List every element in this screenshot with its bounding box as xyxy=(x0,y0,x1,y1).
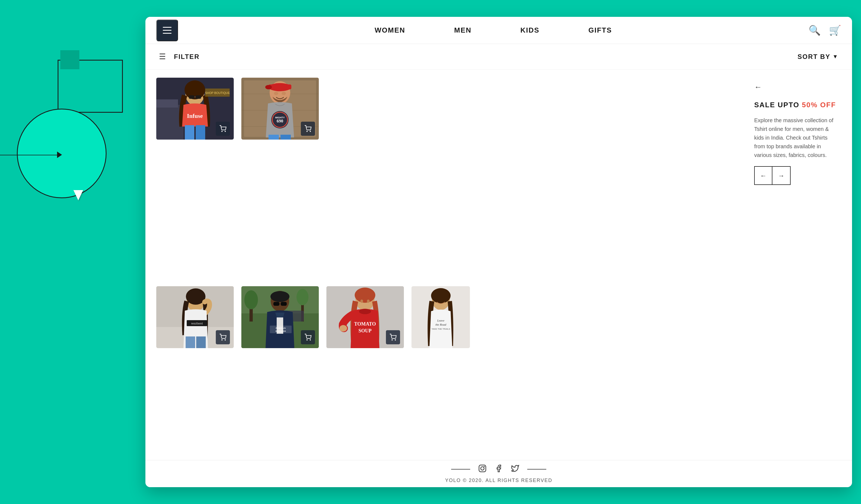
svg-text:690: 690 xyxy=(277,119,283,123)
filter-bar: ☰ FILTER SORT BY ▼ xyxy=(146,44,852,70)
nav-men[interactable]: MEN xyxy=(454,26,472,34)
hamburger-line-3 xyxy=(163,33,172,34)
deco-arrow-head xyxy=(57,152,62,158)
product-card-infuse[interactable]: Infuse SHOP BOUTIQUE xyxy=(156,78,234,140)
sidebar-back-button[interactable]: ← xyxy=(754,80,768,94)
svg-point-13 xyxy=(222,131,222,132)
product-card-690[interactable]: MIGHTY 690 xyxy=(241,78,319,140)
svg-point-48 xyxy=(244,290,258,309)
product-card-leave-road[interactable]: Leave the Road TAKE THE TRAILS xyxy=(411,286,470,348)
sale-description: Explore the massive collection of Tshirt… xyxy=(754,116,838,159)
svg-point-66 xyxy=(355,288,375,303)
svg-point-53 xyxy=(270,291,289,302)
leave-road-svg: Leave the Road TAKE THE TRAILS xyxy=(411,286,470,348)
nav-women[interactable]: WOMEN xyxy=(374,26,405,34)
filter-button[interactable]: FILTER xyxy=(174,53,200,60)
svg-rect-9 xyxy=(185,125,194,140)
carousel-next-button[interactable]: → xyxy=(773,167,790,184)
add-to-cart-690[interactable] xyxy=(301,122,315,136)
svg-point-83 xyxy=(484,466,485,467)
deco-filled-rect xyxy=(60,50,79,69)
svg-rect-54 xyxy=(273,302,279,306)
instagram-svg xyxy=(478,464,487,473)
product-card-tomato-soup[interactable]: TOMATO SOUP xyxy=(326,286,404,348)
cart-icon-svg-5 xyxy=(390,334,397,341)
svg-rect-41 xyxy=(186,336,195,348)
svg-point-25 xyxy=(274,92,278,95)
navbar: WOMEN MEN KIDS GIFTS 🔍 🛒 xyxy=(146,17,852,44)
deco-arrow-line xyxy=(0,155,60,155)
svg-point-68 xyxy=(367,299,370,303)
svg-rect-81 xyxy=(479,465,486,472)
svg-point-82 xyxy=(481,466,484,470)
add-to-cart-tomato-soup[interactable] xyxy=(386,330,400,344)
hamburger-button[interactable] xyxy=(156,19,178,41)
footer-line-right xyxy=(527,469,546,470)
svg-text:TAKE THE TRAILS: TAKE THE TRAILS xyxy=(432,328,450,330)
twitter-icon[interactable] xyxy=(511,464,519,474)
svg-text:ENOUGH: ENOUGH xyxy=(276,330,286,332)
footer: YOLO © 2020. ALL RIGHTS RESERVED xyxy=(146,460,852,487)
svg-point-33 xyxy=(307,131,308,132)
svg-text:FAMOUS: FAMOUS xyxy=(276,327,286,330)
left-decoration xyxy=(0,0,139,504)
social-links xyxy=(451,464,546,474)
facebook-icon[interactable] xyxy=(495,464,503,474)
sort-by-button[interactable]: SORT BY ▼ xyxy=(798,53,838,60)
svg-point-62 xyxy=(310,339,311,340)
copyright-text: YOLO © 2020. ALL RIGHTS RESERVED xyxy=(445,478,552,484)
svg-point-73 xyxy=(392,339,393,340)
svg-rect-2 xyxy=(156,99,178,108)
sort-chevron-icon: ▼ xyxy=(832,54,838,60)
svg-text:TOMATO: TOMATO xyxy=(354,321,376,327)
cart-icon-svg-3 xyxy=(219,334,227,341)
hamburger-line-2 xyxy=(163,30,172,31)
nav-links: WOMEN MEN KIDS GIFTS xyxy=(178,26,808,34)
carousel-prev-button[interactable]: ← xyxy=(755,167,773,184)
svg-point-77 xyxy=(431,288,451,303)
svg-point-70 xyxy=(340,325,347,332)
svg-rect-6 xyxy=(196,95,201,99)
add-to-cart-resilient[interactable] xyxy=(216,330,230,344)
svg-rect-42 xyxy=(196,336,206,348)
product-row-bottom: resilient xyxy=(156,286,738,487)
add-to-cart-famous[interactable] xyxy=(301,330,315,344)
svg-rect-10 xyxy=(196,125,205,140)
product-card-famous[interactable]: FAMOUS ENOUGH xyxy=(241,286,319,348)
svg-text:SOUP: SOUP xyxy=(358,328,371,334)
main-content: Infuse SHOP BOUTIQUE xyxy=(146,70,852,487)
twitter-svg xyxy=(511,464,519,473)
cart-icon[interactable]: 🛒 xyxy=(829,25,841,36)
svg-rect-23 xyxy=(269,84,291,89)
add-to-cart-infuse[interactable] xyxy=(216,122,230,136)
prev-arrow-icon: ← xyxy=(760,172,767,180)
svg-point-44 xyxy=(225,339,226,340)
svg-text:Leave: Leave xyxy=(437,319,445,322)
svg-point-4 xyxy=(184,80,205,99)
sale-banner: SALE UPTO 50% OFF xyxy=(754,101,838,109)
svg-text:the Road: the Road xyxy=(435,323,446,326)
svg-point-14 xyxy=(225,131,226,132)
product-image-leave-road: Leave the Road TAKE THE TRAILS xyxy=(411,286,470,348)
sale-label: SALE UPTO xyxy=(754,101,802,109)
svg-rect-32 xyxy=(281,135,291,140)
carousel-navigation: ← → xyxy=(754,166,791,185)
product-grid: Infuse SHOP BOUTIQUE xyxy=(146,70,749,487)
hamburger-line-1 xyxy=(163,27,172,28)
svg-point-67 xyxy=(360,299,363,303)
svg-point-69 xyxy=(359,309,371,314)
cart-icon-svg-2 xyxy=(304,125,312,132)
facebook-svg xyxy=(495,464,503,473)
svg-rect-55 xyxy=(281,302,287,306)
product-card-resilient[interactable]: resilient xyxy=(156,286,234,348)
nav-gifts[interactable]: GIFTS xyxy=(588,26,612,34)
svg-text:SHOP BOUTIQUE: SHOP BOUTIQUE xyxy=(205,91,230,95)
svg-point-26 xyxy=(282,92,286,95)
cart-icon-svg xyxy=(219,125,227,132)
svg-rect-31 xyxy=(269,135,279,140)
search-icon[interactable]: 🔍 xyxy=(808,25,821,36)
svg-text:Infuse: Infuse xyxy=(187,112,203,119)
browser-window: WOMEN MEN KIDS GIFTS 🔍 🛒 ☰ FILTER SORT B… xyxy=(146,17,852,487)
instagram-icon[interactable] xyxy=(478,464,487,474)
nav-kids[interactable]: KIDS xyxy=(520,26,539,34)
